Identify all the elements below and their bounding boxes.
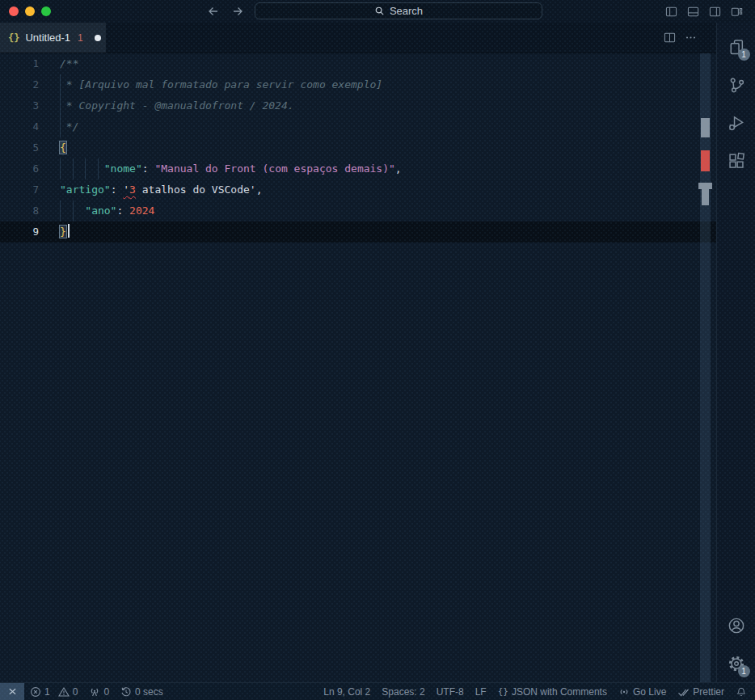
code-content: "ano": 2024 xyxy=(60,200,154,221)
back-icon[interactable] xyxy=(207,5,221,18)
overview-ruler-mark xyxy=(698,183,712,189)
code-content: * Copyright - @manualdofront / 2024. xyxy=(60,95,294,116)
source-control-icon xyxy=(728,76,745,94)
search-label: Search xyxy=(390,5,423,17)
language-mode-status[interactable]: {} JSON with Comments xyxy=(492,683,613,700)
line-number: 3 xyxy=(0,95,39,116)
more-actions-icon[interactable] xyxy=(685,32,697,44)
code-content: * [Arquivo mal formatado para servir com… xyxy=(60,74,382,95)
problems-status[interactable]: 1 0 xyxy=(24,683,83,700)
toggle-primary-sidebar-icon[interactable] xyxy=(665,6,677,18)
remote-indicator[interactable] xyxy=(0,683,24,700)
sidebar-item-explorer[interactable]: 1 xyxy=(717,27,755,65)
prettier-label: Prettier xyxy=(693,686,724,698)
code-line-4[interactable]: 4 */ xyxy=(0,116,716,137)
code-line-9[interactable]: 9} xyxy=(0,221,716,242)
sidebar-item-extensions[interactable] xyxy=(717,141,755,179)
tab-untitled-1[interactable]: {} Untitled-1 1 xyxy=(0,23,106,53)
code-content: } xyxy=(60,221,70,242)
sidebar-item-source-control[interactable] xyxy=(717,65,755,103)
editor-actions xyxy=(664,23,697,53)
code-area[interactable]: 1/**2 * [Arquivo mal formatado para serv… xyxy=(0,53,716,242)
overview-ruler-mark xyxy=(702,189,709,205)
timer-status[interactable]: 0 secs xyxy=(115,683,169,700)
encoding-status[interactable]: UTF-8 xyxy=(431,683,470,700)
settings-badge: 1 xyxy=(738,665,750,677)
vscode-window: { "colors": { "bg": "#0d1826", "titlebar… xyxy=(0,0,755,700)
sidebar-item-run-and-debug[interactable] xyxy=(717,103,755,141)
prettier-status[interactable]: Prettier xyxy=(672,683,730,700)
eol-label: LF xyxy=(475,686,487,698)
editor-scrollbar[interactable] xyxy=(700,53,711,682)
code-line-5[interactable]: 5{ xyxy=(0,137,716,158)
close-window-button[interactable] xyxy=(9,6,19,16)
json-file-icon: {} xyxy=(8,32,19,44)
zoom-window-button[interactable] xyxy=(41,6,51,16)
status-bar: 1 0 0 0 secs Ln 9, Col 2 Spaces: 2 UTF-8… xyxy=(0,682,755,700)
notifications-button[interactable] xyxy=(730,683,755,700)
tab-bar: {} Untitled-1 1 xyxy=(0,23,755,53)
text-cursor xyxy=(68,224,70,238)
account-icon xyxy=(727,616,746,635)
modified-indicator-icon[interactable] xyxy=(95,35,101,41)
indent-guide xyxy=(60,116,61,137)
editor[interactable]: 1/**2 * [Arquivo mal formatado para serv… xyxy=(0,53,716,682)
explorer-badge: 1 xyxy=(738,48,750,61)
ports-status[interactable]: 0 xyxy=(83,683,115,700)
toggle-secondary-sidebar-icon[interactable] xyxy=(709,6,721,18)
line-number: 6 xyxy=(0,158,39,179)
go-live-label: Go Live xyxy=(633,686,666,698)
timer-value: 0 secs xyxy=(135,686,163,698)
tab-label: Untitled-1 xyxy=(25,32,70,44)
indentation-status[interactable]: Spaces: 2 xyxy=(376,683,430,700)
code-line-7[interactable]: 7"artigo": '3 atalhos do VSCode', xyxy=(0,179,716,200)
cursor-position-status[interactable]: Ln 9, Col 2 xyxy=(318,683,376,700)
search-icon xyxy=(374,6,385,16)
extensions-icon xyxy=(728,152,745,170)
indent-guide xyxy=(60,200,61,221)
code-line-2[interactable]: 2 * [Arquivo mal formatado para servir c… xyxy=(0,74,716,95)
command-center-search[interactable]: Search xyxy=(255,2,542,19)
sidebar-item-accounts[interactable] xyxy=(717,606,755,644)
title-bar: Search xyxy=(0,0,755,23)
minimize-window-button[interactable] xyxy=(25,6,35,16)
indent-guide xyxy=(85,158,86,179)
go-live-status[interactable]: Go Live xyxy=(613,683,672,700)
code-line-8[interactable]: 8 "ano": 2024 xyxy=(0,200,716,221)
radio-tower-icon xyxy=(89,686,100,698)
code-line-6[interactable]: 6 "nome": "Manual do Front (com espaços … xyxy=(0,158,716,179)
language-mode-label: JSON with Comments xyxy=(512,686,607,698)
line-number: 7 xyxy=(0,179,39,200)
cursor-position-label: Ln 9, Col 2 xyxy=(323,686,370,698)
error-count: 1 xyxy=(44,686,50,698)
indentation-label: Spaces: 2 xyxy=(382,686,424,698)
sidebar-item-settings[interactable]: 1 xyxy=(717,644,755,682)
warning-count: 0 xyxy=(73,686,78,698)
line-number: 8 xyxy=(0,200,39,221)
history-nav xyxy=(207,5,246,18)
code-line-1[interactable]: 1/** xyxy=(0,53,716,74)
code-content: { xyxy=(60,137,66,158)
customize-layout-icon[interactable] xyxy=(731,6,743,18)
check-all-icon xyxy=(677,686,690,698)
warning-icon xyxy=(58,686,70,698)
ports-count: 0 xyxy=(103,686,109,698)
overview-ruler-error-mark xyxy=(701,150,710,171)
encoding-label: UTF-8 xyxy=(437,686,464,698)
eol-status[interactable]: LF xyxy=(470,683,492,700)
code-content: "artigo": '3 atalhos do VSCode', xyxy=(60,179,262,200)
history-clock-icon xyxy=(120,686,132,698)
error-icon xyxy=(30,686,41,698)
toggle-panel-icon[interactable] xyxy=(687,6,699,18)
code-content: */ xyxy=(60,116,78,137)
line-number: 2 xyxy=(0,74,39,95)
layout-controls xyxy=(665,6,743,18)
forward-icon[interactable] xyxy=(231,5,246,18)
tab-error-count: 1 xyxy=(78,32,83,44)
split-editor-icon[interactable] xyxy=(664,32,676,44)
code-line-3[interactable]: 3 * Copyright - @manualdofront / 2024. xyxy=(0,95,716,116)
indent-guide xyxy=(60,95,61,116)
indent-guide xyxy=(73,158,74,179)
line-number: 5 xyxy=(0,137,39,158)
line-number: 9 xyxy=(0,221,39,242)
